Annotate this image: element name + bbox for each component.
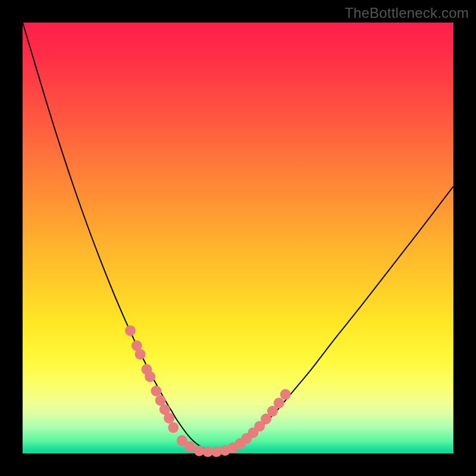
chart-svg bbox=[23, 23, 453, 453]
curve-bead bbox=[135, 349, 146, 359]
curve-bead bbox=[125, 325, 136, 336]
curve-bead bbox=[184, 441, 195, 452]
curve-bead bbox=[280, 389, 291, 400]
beads-group bbox=[125, 325, 291, 457]
bottleneck-curve bbox=[23, 23, 453, 452]
watermark-text: TheBottleneck.com bbox=[345, 5, 469, 21]
curve-bead bbox=[151, 386, 161, 396]
chart-frame: TheBottleneck.com bbox=[0, 0, 476, 476]
curve-bead bbox=[164, 413, 174, 424]
plot-area bbox=[23, 23, 453, 453]
curve-bead bbox=[145, 371, 155, 382]
curve-bead bbox=[168, 422, 178, 433]
curve-bead bbox=[274, 397, 284, 408]
